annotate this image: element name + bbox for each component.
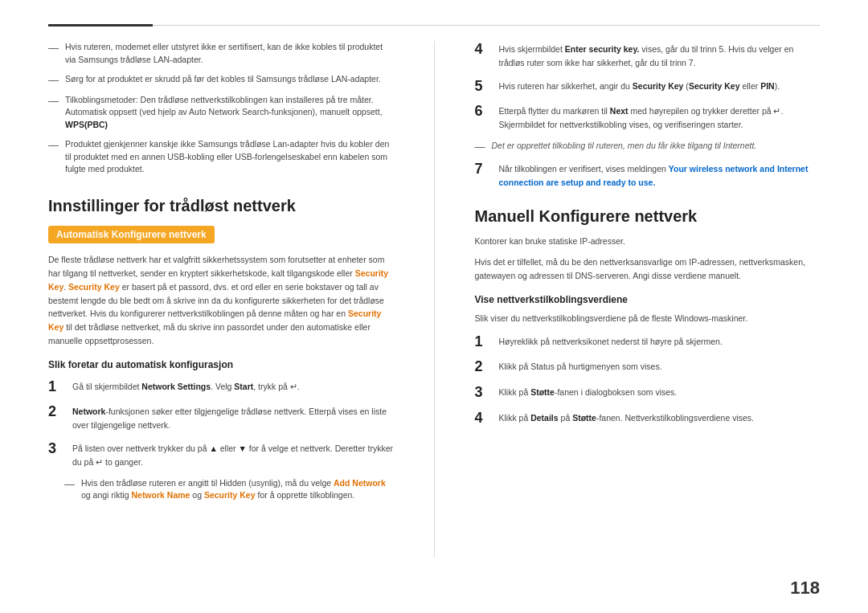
step2-number-3: 3 bbox=[475, 384, 491, 402]
bullet-dash-4: — bbox=[48, 138, 59, 176]
step-6: 6 Etterpå flytter du markøren til Next m… bbox=[475, 103, 821, 132]
subsection-body-view: Slik viser du nettverkstilkoblingsverdie… bbox=[475, 312, 821, 325]
top-rules bbox=[48, 24, 820, 27]
step-content-3: På listen over nettverk trykker du på ▲ … bbox=[72, 440, 394, 469]
step2-content-4: Klikk på Details på Støtte-fanen. Nettve… bbox=[499, 410, 821, 425]
bullet-text-3: Tilkoblingsmetoder: Den trådløse nettver… bbox=[65, 94, 394, 132]
page-number: 118 bbox=[790, 578, 820, 599]
step-content-5: Hvis ruteren har sikkerhet, angir du Sec… bbox=[499, 78, 821, 93]
dash-icon-left: — bbox=[64, 477, 75, 503]
step2-content-2: Klikk på Status på hurtigmenyen som vise… bbox=[499, 358, 821, 374]
bullet-item-3: — Tilkoblingsmetoder: Den trådløse nettv… bbox=[48, 94, 394, 132]
step-number-7: 7 bbox=[475, 161, 491, 178]
bullet-text-1: Hvis ruteren, modemet eller utstyret ikk… bbox=[65, 41, 394, 67]
bullet-dash-3: — bbox=[48, 94, 59, 132]
step2-3: 3 Klikk på Støtte-fanen i dialogboksen s… bbox=[475, 384, 821, 402]
step-4: 4 Hvis skjermbildet Enter security key. … bbox=[475, 41, 821, 70]
dash-note-left: — Hvis den trådløse ruteren er angitt ti… bbox=[64, 477, 394, 503]
step2-2: 2 Klikk på Status på hurtigmenyen som vi… bbox=[475, 358, 821, 376]
dash-note-text-left: Hvis den trådløse ruteren er angitt til … bbox=[81, 477, 394, 503]
column-divider bbox=[434, 41, 435, 558]
step2-1: 1 Høyreklikk på nettverksikonet nederst … bbox=[475, 333, 821, 351]
dash-note-right: — Det er opprettet tilkobling til rutere… bbox=[475, 140, 821, 154]
subsection-badge: Automatisk Konfigurere nettverk bbox=[48, 226, 215, 243]
step-content-6: Etterpå flytter du markøren til Next med… bbox=[499, 103, 821, 132]
step-number-4: 4 bbox=[475, 41, 491, 59]
step2-content-1: Høyreklikk på nettverksikonet nederst ti… bbox=[499, 333, 821, 349]
bullet-dash-1: — bbox=[48, 41, 59, 67]
section2-title: Manuell Konfigurere nettverk bbox=[475, 206, 821, 227]
step2-number-4: 4 bbox=[475, 410, 491, 427]
step-5: 5 Hvis ruteren har sikkerhet, angir du S… bbox=[475, 78, 821, 96]
step2-4: 4 Klikk på Details på Støtte-fanen. Nett… bbox=[475, 410, 821, 427]
subsection-heading-view: Vise nettverkstilkoblingsverdiene bbox=[475, 294, 821, 305]
section-title: Innstillinger for trådløst nettverk bbox=[48, 195, 394, 216]
body-paragraph: De fleste trådløse nettverk har et valgf… bbox=[48, 253, 394, 348]
step-content-4: Hvis skjermbildet Enter security key. vi… bbox=[499, 41, 821, 70]
step-2: 2 Network-funksjonen søker etter tilgjen… bbox=[48, 403, 394, 432]
step-content-1: Gå til skjermbildet Network Settings. Ve… bbox=[72, 378, 394, 394]
bullet-item-2: — Sørg for at produktet er skrudd på før… bbox=[48, 73, 394, 88]
step-1: 1 Gå til skjermbildet Network Settings. … bbox=[48, 378, 394, 396]
step-number-5: 5 bbox=[475, 78, 491, 96]
section2-body1: Kontorer kan bruke statiske IP-adresser. bbox=[475, 235, 821, 248]
bullet-dash-2: — bbox=[48, 73, 59, 88]
step-7: 7 Når tilkoblingen er verifisert, vises … bbox=[475, 161, 821, 190]
bullet-text-2: Sørg for at produktet er skrudd på før d… bbox=[65, 73, 394, 88]
dash-note-text-right: Det er opprettet tilkobling til ruteren,… bbox=[492, 140, 757, 154]
step-number-2: 2 bbox=[48, 403, 64, 421]
rule-dark bbox=[48, 24, 153, 27]
step2-content-3: Klikk på Støtte-fanen i dialogboksen som… bbox=[499, 384, 821, 399]
bullet-text-4: Produktet gjenkjenner kanskje ikke Samsu… bbox=[65, 138, 394, 176]
dash-icon-right: — bbox=[475, 140, 485, 154]
step2-number-2: 2 bbox=[475, 358, 491, 376]
step2-number-1: 1 bbox=[475, 333, 491, 351]
bullet-item-1: — Hvis ruteren, modemet eller utstyret i… bbox=[48, 41, 394, 67]
step-number-1: 1 bbox=[48, 378, 64, 396]
step-number-3: 3 bbox=[48, 440, 64, 458]
subsection-heading-auto: Slik foretar du automatisk konfigurasjon bbox=[48, 359, 394, 370]
step-content-2: Network-funksjonen søker etter tilgjenge… bbox=[72, 403, 394, 432]
section2-body2: Hvis det er tilfellet, må du be den nett… bbox=[475, 255, 821, 283]
bullet-list: — Hvis ruteren, modemet eller utstyret i… bbox=[48, 41, 394, 176]
left-column: — Hvis ruteren, modemet eller utstyret i… bbox=[48, 41, 402, 558]
step-number-6: 6 bbox=[475, 103, 491, 121]
bullet-item-4: — Produktet gjenkjenner kanskje ikke Sam… bbox=[48, 138, 394, 176]
step-3: 3 På listen over nettverk trykker du på … bbox=[48, 440, 394, 469]
rule-light bbox=[153, 25, 820, 26]
right-column: 4 Hvis skjermbildet Enter security key. … bbox=[467, 41, 821, 558]
step-content-7: Når tilkoblingen er verifisert, vises me… bbox=[499, 161, 821, 190]
